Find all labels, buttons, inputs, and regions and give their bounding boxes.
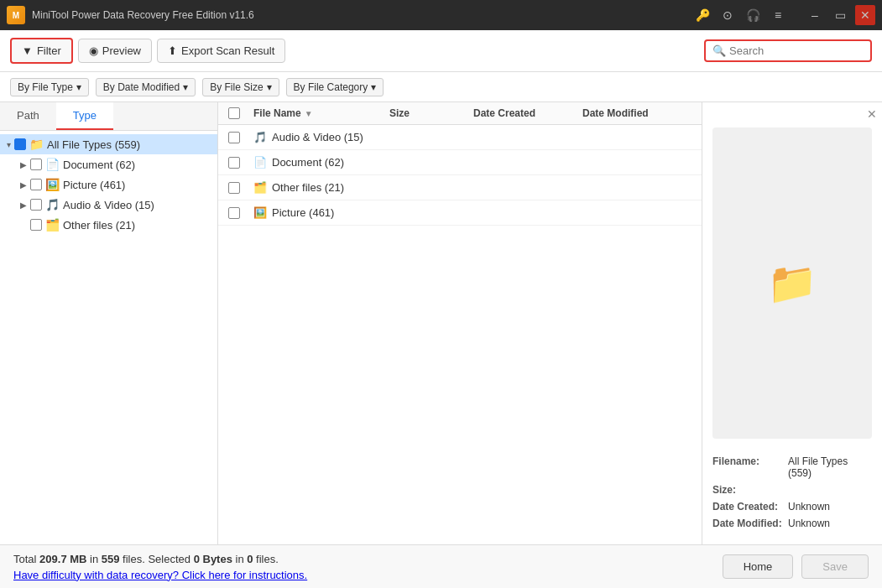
file-tree: ▾ 📁 All File Types (559) ▶ 📄 Document (6… [0,131,217,544]
save-button[interactable]: Save [801,554,869,579]
filter-icon: ▼ [22,44,33,57]
tab-bar: Path Type [0,102,217,131]
picture-icon: 🖼️ [253,206,267,219]
row-checkbox[interactable] [228,132,240,143]
document-icon: 📄 [45,158,60,171]
chevron-down-icon: ▾ [371,81,376,93]
tree-item-audio-video[interactable]: ▶ 🎵 Audio & Video (15) [0,195,217,215]
filter-by-size[interactable]: By File Size ▾ [202,78,279,96]
circle-icon[interactable]: ⊙ [718,5,738,25]
created-row: Date Created: Unknown [712,501,872,513]
key-icon[interactable]: 🔑 [692,5,712,25]
tab-path[interactable]: Path [0,102,56,130]
tree-item-document[interactable]: ▶ 📄 Document (62) [0,154,217,174]
chevron-down-icon: ▾ [76,81,81,93]
help-link[interactable]: Have difficulty with data recovery? Clic… [13,569,307,581]
export-icon: ⬆ [168,44,177,57]
list-item[interactable]: 🖼️ Picture (461) [218,200,702,226]
filename-row: Filename: All File Types (559) [712,455,872,479]
tree-checkbox-all[interactable] [14,138,26,150]
status-text: Total 209.7 MB in 559 files. Selected 0 … [13,553,307,565]
filter-by-type[interactable]: By File Type ▾ [10,78,89,96]
row-checkbox[interactable] [228,157,240,169]
tab-type[interactable]: Type [56,102,113,130]
preview-area: 📁 [712,127,872,439]
app-logo: M [7,6,25,24]
search-box[interactable]: 🔍 [704,39,872,62]
panel-close-button[interactable]: ✕ [867,107,877,121]
left-panel: Path Type ▾ 📁 All File Types (559) ▶ 📄 D… [0,102,218,544]
chevron-right-icon: ▶ [20,180,27,190]
other-icon: 🗂️ [45,218,60,232]
restore-button[interactable]: ▭ [830,5,850,25]
file-info: Filename: All File Types (559) Size: Dat… [702,449,882,544]
main-area: Path Type ▾ 📁 All File Types (559) ▶ 📄 D… [0,102,882,544]
right-panel: ✕ 📁 Filename: All File Types (559) Size:… [702,102,882,544]
center-panel: File Name ▼ Size Date Created Date Modif… [218,102,702,544]
tree-item-all[interactable]: ▾ 📁 All File Types (559) [0,134,217,154]
status-buttons: Home Save [723,554,869,579]
preview-button[interactable]: ◉ Preview [78,39,152,63]
header-checkbox[interactable] [228,107,240,119]
size-row: Size: [712,484,872,496]
menu-icon[interactable]: ≡ [768,5,788,25]
title-bar-actions: 🔑 ⊙ 🎧 ≡ – ▭ ✕ [692,5,875,25]
audio-video-icon: 🎵 [253,131,267,143]
tree-item-other[interactable]: ▶ 🗂️ Other files (21) [0,215,217,235]
list-item[interactable]: 🗂️ Other files (21) [218,175,702,200]
file-list: 🎵 Audio & Video (15) 📄 Document (62) [218,125,702,544]
chevron-right-icon: ▶ [20,200,27,210]
toolbar: ▼ Filter ◉ Preview ⬆ Export Scan Result … [0,30,882,72]
filter-by-date[interactable]: By Date Modified ▾ [96,78,196,96]
filter-button[interactable]: ▼ Filter [10,38,73,64]
chevron-down-icon: ▾ [267,81,272,93]
tree-checkbox-other[interactable] [30,219,42,231]
filter-bar: By File Type ▾ By Date Modified ▾ By Fil… [0,72,882,102]
chevron-right-icon: ▶ [20,160,27,169]
other-files-icon: 🗂️ [253,181,267,194]
file-list-header: File Name ▼ Size Date Created Date Modif… [218,102,702,125]
status-bar: Total 209.7 MB in 559 files. Selected 0 … [0,544,882,588]
search-input[interactable] [729,44,864,57]
title-bar: M MiniTool Power Data Recovery Free Edit… [0,0,882,30]
chevron-down-icon: ▾ [183,81,188,93]
tree-checkbox-picture[interactable] [30,179,42,190]
folder-icon: 📁 [29,138,44,151]
close-button[interactable]: ✕ [855,5,875,25]
filter-by-category[interactable]: By File Category ▾ [286,78,384,96]
headphone-icon[interactable]: 🎧 [743,5,763,25]
chevron-down-icon: ▾ [7,140,11,149]
preview-folder-icon: 📁 [767,260,817,307]
picture-icon: 🖼️ [45,178,60,191]
audio-icon: 🎵 [45,198,60,211]
minimize-button[interactable]: – [805,5,825,25]
status-info: Total 209.7 MB in 559 files. Selected 0 … [13,553,307,581]
row-checkbox[interactable] [228,207,240,219]
preview-icon: ◉ [89,44,98,57]
export-button[interactable]: ⬆ Export Scan Result [157,39,285,63]
home-button[interactable]: Home [723,554,794,579]
search-icon: 🔍 [712,44,726,57]
list-item[interactable]: 📄 Document (62) [218,150,702,175]
document-icon: 📄 [253,156,267,169]
row-checkbox[interactable] [228,182,240,194]
tree-checkbox-document[interactable] [30,159,42,170]
list-item[interactable]: 🎵 Audio & Video (15) [218,125,702,150]
tree-checkbox-audio[interactable] [30,199,42,211]
tree-item-picture[interactable]: ▶ 🖼️ Picture (461) [0,174,217,195]
modified-row: Date Modified: Unknown [712,518,872,529]
sort-icon[interactable]: ▼ [305,109,313,118]
app-title: MiniTool Power Data Recovery Free Editio… [32,9,692,21]
